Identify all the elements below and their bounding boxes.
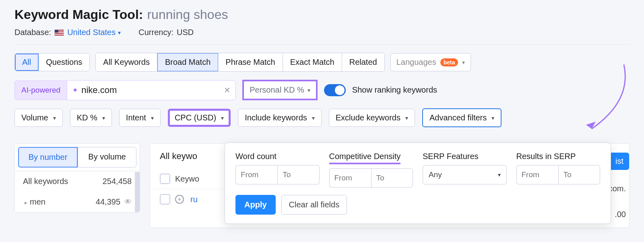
filter-volume[interactable]: Volume▾ — [14, 109, 63, 127]
sidebar-tab-by-volume[interactable]: By volume — [78, 147, 136, 168]
results-in-serp-from[interactable] — [516, 165, 558, 184]
page-title-query: running shoes — [147, 7, 228, 22]
beta-badge: beta — [440, 58, 458, 66]
chevron-down-icon: ▾ — [312, 115, 315, 121]
filter-include-label: Include keywords — [245, 113, 307, 122]
serp-features-label: SERP Features — [423, 152, 507, 161]
add-to-list-button[interactable]: ist — [610, 153, 629, 170]
filter-kd[interactable]: KD %▾ — [70, 109, 112, 127]
filter-exclude[interactable]: Exclude keywords▾ — [329, 109, 415, 127]
tab-questions[interactable]: Questions — [39, 54, 89, 71]
currency-label: Currency: — [138, 28, 173, 37]
filter-volume-label: Volume — [21, 113, 48, 122]
chevron-down-icon: ▾ — [118, 29, 121, 36]
chevron-down-icon: ▾ — [498, 172, 501, 178]
chevron-down-icon: ▾ — [221, 115, 224, 121]
filter-cpc[interactable]: CPC (USD)▾ — [168, 109, 231, 127]
tab-exact-match[interactable]: Exact Match — [283, 53, 342, 71]
keyword-link[interactable]: ru — [190, 195, 198, 204]
currency-value: USD — [177, 28, 194, 37]
competitive-density-label: Competitive Density — [329, 152, 401, 164]
chevron-down-icon: ▾ — [151, 115, 154, 121]
serp-features-select[interactable]: Any ▾ — [423, 165, 507, 184]
chevron-down-icon: ▾ — [102, 115, 105, 121]
results-in-serp-label: Results in SERP — [516, 152, 601, 161]
sidebar-item-men[interactable]: ▸men 44,395 👁 — [15, 192, 140, 212]
chevron-down-icon: ▾ — [491, 115, 494, 121]
sparkle-icon: ✦ — [72, 86, 78, 95]
chevron-down-icon: ▾ — [462, 59, 465, 66]
sidebar-item-label: men — [30, 197, 45, 206]
sidebar-item-count: 254,458 — [103, 177, 132, 186]
us-flag-icon — [54, 29, 64, 36]
serp-features-value: Any — [429, 170, 442, 179]
word-count-from[interactable] — [235, 165, 277, 184]
languages-label: Languages — [396, 58, 436, 67]
filter-include[interactable]: Include keywords▾ — [238, 109, 322, 127]
tab-all-keywords[interactable]: All Keywords — [96, 53, 157, 71]
sidebar-item-all-keywords[interactable]: All keywords 254,458 — [15, 171, 140, 192]
languages-selector[interactable]: Languages beta ▾ — [390, 53, 471, 71]
database-value: United States — [67, 28, 116, 37]
personal-kd-selector[interactable]: Personal KD % ▾ — [242, 80, 318, 100]
sidebar-tab-by-number[interactable]: By number — [18, 147, 78, 168]
ai-domain-input[interactable] — [81, 85, 224, 95]
chevron-right-icon: ▸ — [25, 199, 27, 206]
filter-kd-label: KD % — [77, 113, 97, 122]
sidebar-item-count: 44,395 — [96, 197, 120, 207]
database-label: Database: — [14, 28, 51, 37]
scope-tab-group: All Questions — [14, 53, 90, 71]
eye-icon[interactable]: 👁 — [124, 198, 132, 206]
advanced-filters-popup: Word count Competitive Density SERP Feat… — [225, 143, 611, 224]
ai-powered-badge: AI-powered — [14, 81, 67, 100]
tab-broad-match[interactable]: Broad Match — [157, 53, 218, 71]
filter-advanced-label: Advanced filters — [429, 113, 487, 122]
keyword-groups-sidebar: By number By volume All keywords 254,458… — [14, 143, 140, 213]
filter-exclude-label: Exclude keywords — [336, 113, 400, 122]
clear-icon[interactable]: ✕ — [224, 85, 231, 95]
column-partial-com: com. — [609, 184, 626, 193]
personal-kd-label: Personal KD % — [250, 85, 304, 95]
filter-intent[interactable]: Intent▾ — [119, 109, 161, 127]
chevron-down-icon: ▾ — [308, 87, 310, 93]
column-keyword: Keywo — [175, 174, 199, 184]
match-tab-group: All Keywords Broad Match Phrase Match Ex… — [95, 53, 384, 72]
clear-all-fields-button[interactable]: Clear all fields — [281, 195, 347, 215]
scrollbar[interactable] — [135, 172, 140, 212]
chevron-down-icon: ▾ — [405, 115, 408, 121]
competitive-density-from[interactable] — [329, 168, 371, 188]
tab-related[interactable]: Related — [342, 53, 384, 71]
word-count-to[interactable] — [277, 165, 319, 184]
word-count-label: Word count — [235, 152, 320, 161]
apply-button[interactable]: Apply — [235, 195, 276, 215]
filter-advanced[interactable]: Advanced filters▾ — [422, 108, 502, 127]
filter-intent-label: Intent — [126, 113, 146, 122]
filter-cpc-label: CPC (USD) — [175, 113, 216, 122]
select-all-checkbox[interactable] — [160, 174, 170, 184]
tab-phrase-match[interactable]: Phrase Match — [218, 53, 283, 71]
page-title-label: Keyword Magic Tool: — [14, 7, 143, 22]
database-selector[interactable]: United States ▾ — [67, 28, 121, 37]
ai-domain-input-wrap[interactable]: ✦ ✕ — [67, 80, 236, 100]
cell-partial-zero: .00 — [615, 210, 626, 219]
chevron-down-icon: ▾ — [53, 115, 56, 121]
tab-all[interactable]: All — [15, 54, 39, 71]
add-icon[interactable]: + — [175, 195, 184, 204]
results-in-serp-to[interactable] — [558, 165, 600, 184]
show-ranking-toggle[interactable] — [324, 84, 346, 96]
sidebar-item-label: All keywords — [23, 177, 68, 186]
show-ranking-label: Show ranking keywords — [352, 85, 437, 95]
row-checkbox[interactable] — [160, 194, 170, 205]
competitive-density-to[interactable] — [371, 168, 413, 188]
